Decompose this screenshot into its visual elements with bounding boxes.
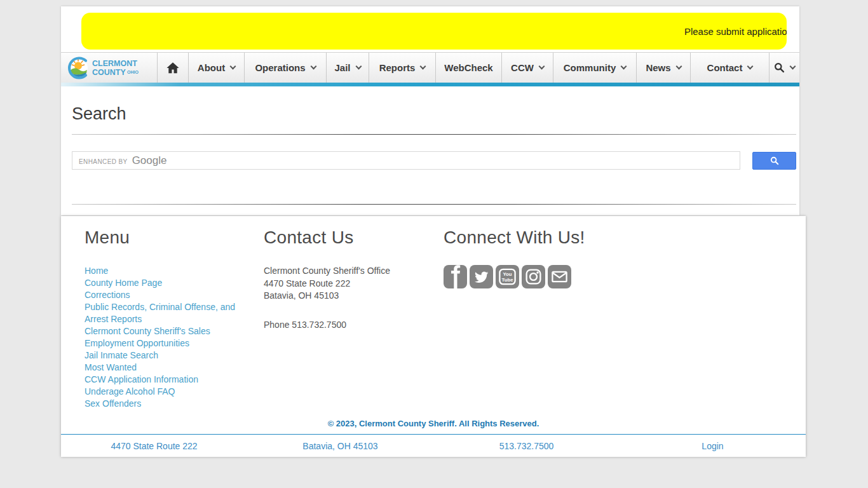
bottom-bar-cell: 513.732.7500 <box>433 440 620 452</box>
google-branding: ENHANCED BY Google <box>79 154 166 167</box>
nav-item-about[interactable]: About <box>189 53 245 83</box>
chevron-down-icon <box>230 64 236 70</box>
nav-label: Reports <box>379 62 416 73</box>
nav-search-toggle[interactable] <box>770 53 799 83</box>
logo-text-state: OHIO <box>127 70 139 74</box>
menu-link-jail-inmate-search[interactable]: Jail Inmate Search <box>85 349 245 362</box>
contact-heading: Contact Us <box>264 227 444 248</box>
nav-home-button[interactable] <box>158 53 189 83</box>
menu-link-public-records[interactable]: Public Records, Criminal Offense, and Ar… <box>85 301 245 325</box>
nav-item-jail[interactable]: Jail <box>327 53 369 83</box>
nav-item-news[interactable]: News <box>637 53 691 83</box>
youtube-link[interactable]: You Tube <box>496 265 519 288</box>
divider <box>72 134 796 135</box>
logo-text-line1: CLERMONT <box>92 59 137 68</box>
menu-link-corrections[interactable]: Corrections <box>85 289 245 301</box>
page-title: Search <box>72 104 796 124</box>
contact-address: 4470 State Route 222 <box>264 278 444 290</box>
email-icon <box>551 268 568 285</box>
nav-item-operations[interactable]: Operations <box>245 53 327 83</box>
logo-text-line2: COUNTY <box>92 68 126 77</box>
menu-link-sex-offenders[interactable]: Sex Offenders <box>85 398 245 410</box>
announcement-banner-area: Please submit application <box>61 6 799 52</box>
nav-label: Community <box>564 62 616 73</box>
contact-city: Batavia, OH 45103 <box>264 290 444 302</box>
chevron-down-icon <box>747 64 754 70</box>
search-icon <box>770 156 779 165</box>
nav-label: About <box>198 62 225 73</box>
search-section: Search ENHANCED BY Google <box>61 86 799 215</box>
chevron-down-icon <box>355 64 362 70</box>
nav-label: WebCheck <box>444 62 492 73</box>
footer-menu-column: Menu Home County Home Page Corrections P… <box>85 227 264 410</box>
youtube-text-top: You <box>503 271 512 277</box>
google-logo-text: Google <box>132 154 167 167</box>
bottom-bar-cell: 4470 State Route 222 <box>61 440 247 452</box>
login-link[interactable]: Login <box>702 441 723 451</box>
site-logo[interactable]: CLERMONT COUNTY OHIO <box>61 53 158 83</box>
footer-address-link[interactable]: 4470 State Route 222 <box>111 441 197 451</box>
twitter-icon <box>473 269 489 285</box>
menu-link-home[interactable]: Home <box>85 265 245 277</box>
footer-connect-column: Connect With Us! You Tube <box>444 227 806 410</box>
search-icon <box>774 62 785 73</box>
clermont-county-logo-icon: CLERMONT COUNTY OHIO <box>66 55 153 81</box>
enhanced-by-label: ENHANCED BY <box>79 158 128 165</box>
menu-link-ccw-application[interactable]: CCW Application Information <box>85 374 245 386</box>
bottom-bar-cell: Batavia, OH 45103 <box>247 440 433 452</box>
menu-heading: Menu <box>85 227 264 248</box>
email-link[interactable] <box>548 265 571 288</box>
footer-bottom-bar: 4470 State Route 222 Batavia, OH 45103 5… <box>61 435 806 457</box>
nav-item-reports[interactable]: Reports <box>369 53 436 83</box>
contact-org: Clermont County Sheriff's Office <box>264 265 444 278</box>
social-icons-row: You Tube <box>444 265 806 288</box>
announcement-marquee: Please submit application <box>81 13 787 50</box>
divider <box>72 204 796 205</box>
chevron-down-icon <box>675 64 682 70</box>
nav-label: CCW <box>511 62 534 73</box>
nav-label: Jail <box>334 62 350 73</box>
menu-link-sheriffs-sales[interactable]: Clermont County Sheriff's Sales <box>85 325 245 337</box>
footer-contact-column: Contact Us Clermont County Sheriff's Off… <box>264 227 444 410</box>
menu-link-underage-alcohol-faq[interactable]: Underage Alcohol FAQ <box>85 386 245 398</box>
nav-item-webcheck[interactable]: WebCheck <box>436 53 502 83</box>
menu-link-employment[interactable]: Employment Opportunities <box>85 337 245 349</box>
main-content-card: Please submit application CLERMONT COUNT… <box>61 6 799 215</box>
marquee-text: Please submit application <box>684 26 787 37</box>
nav-item-ccw[interactable]: CCW <box>502 53 553 83</box>
menu-link-most-wanted[interactable]: Most Wanted <box>85 362 245 374</box>
nav-label: News <box>646 62 670 73</box>
youtube-text-bottom: Tube <box>502 277 514 283</box>
footer-menu-list: Home County Home Page Corrections Public… <box>85 265 264 410</box>
nav-label: Operations <box>255 62 305 73</box>
search-input[interactable]: ENHANCED BY Google <box>72 151 740 170</box>
chevron-down-icon <box>310 64 316 70</box>
footer-columns: Menu Home County Home Page Corrections P… <box>61 216 806 416</box>
instagram-icon <box>524 268 543 286</box>
chevron-down-icon <box>621 64 627 70</box>
main-navbar: CLERMONT COUNTY OHIO About Operations Ja… <box>61 52 799 83</box>
contact-phone: Phone 513.732.7500 <box>264 319 444 332</box>
search-submit-button[interactable] <box>752 152 796 170</box>
youtube-icon: You Tube <box>498 267 517 287</box>
chevron-down-icon <box>790 64 796 70</box>
facebook-icon <box>444 265 467 288</box>
google-search-form: ENHANCED BY Google <box>72 151 796 170</box>
nav-item-contact[interactable]: Contact <box>691 53 770 83</box>
connect-heading: Connect With Us! <box>444 227 806 248</box>
footer-phone-link[interactable]: 513.732.7500 <box>499 441 554 451</box>
menu-link-county-home-page[interactable]: County Home Page <box>85 277 245 289</box>
footer-card: Menu Home County Home Page Corrections P… <box>61 216 806 457</box>
chevron-down-icon <box>420 64 426 70</box>
twitter-link[interactable] <box>470 265 493 288</box>
chevron-down-icon <box>538 64 545 70</box>
copyright-text: © 2023, Clermont County Sheriff. All Rig… <box>61 416 806 434</box>
instagram-link[interactable] <box>522 265 545 288</box>
nav-item-community[interactable]: Community <box>553 53 637 83</box>
footer-city-link[interactable]: Batavia, OH 45103 <box>302 441 377 451</box>
home-icon <box>166 61 180 75</box>
facebook-link[interactable] <box>444 265 467 288</box>
bottom-bar-cell: Login <box>620 440 806 452</box>
nav-label: Contact <box>707 62 743 73</box>
